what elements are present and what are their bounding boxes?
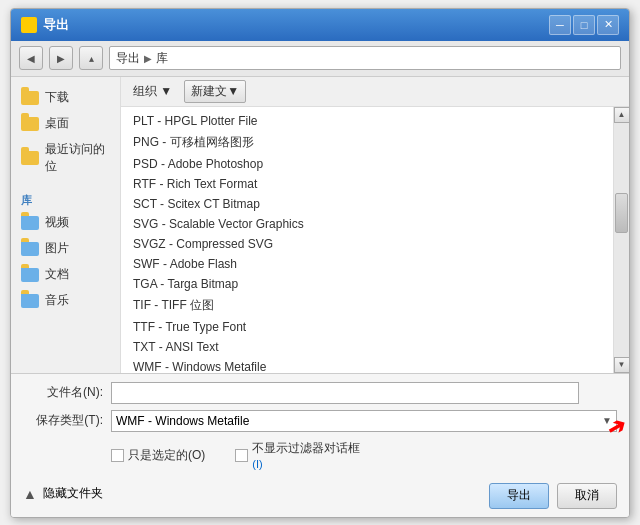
checkbox-selected-only-label: 只是选定的(O) (128, 447, 205, 464)
path-bar: 导出 ▶ 库 (109, 46, 621, 70)
filetype-label: 保存类型(T): (23, 412, 103, 429)
hidden-folder-toggle[interactable]: ▲ 隐藏文件夹 (23, 485, 103, 502)
filetype-value: WMF - Windows Metafile (116, 414, 249, 428)
toolbar2-left: 组织 ▼ 新建文▼ (129, 80, 246, 103)
content-toolbar: 组织 ▼ 新建文▼ (121, 77, 629, 107)
sidebar-item-video[interactable]: 视频 (15, 210, 116, 236)
main-content: 组织 ▼ 新建文▼ PLT - HPGL Plotter FilePNG - 可… (121, 77, 629, 373)
sidebar-item-download-label: 下载 (45, 89, 69, 106)
folder-icon (21, 240, 39, 258)
sidebar-item-music-label: 音乐 (45, 292, 69, 309)
sidebar-item-music[interactable]: 音乐 (15, 288, 116, 314)
file-item[interactable]: SVG - Scalable Vector Graphics (121, 214, 613, 234)
checkbox-selected-only[interactable]: 只是选定的(O) (111, 440, 205, 471)
checkbox-no-filter-box[interactable] (235, 449, 248, 462)
filename-row: 文件名(N): (23, 382, 617, 404)
scroll-thumb[interactable] (615, 193, 628, 233)
bottom-area: 文件名(N): 保存类型(T): WMF - Windows Metafile … (11, 373, 629, 517)
file-item[interactable]: TXT - ANSI Text (121, 337, 613, 357)
sidebar-item-recent[interactable]: 最近访问的位 (15, 137, 116, 179)
file-item[interactable]: TIF - TIFF 位图 (121, 294, 613, 317)
library-section-label: 库 (15, 189, 116, 210)
sidebar-item-desktop[interactable]: 桌面 (15, 111, 116, 137)
sidebar-item-video-label: 视频 (45, 214, 69, 231)
hidden-folder-label: 隐藏文件夹 (43, 485, 103, 502)
options-row: 只是选定的(O) 不显示过滤器对话框 (I) (23, 440, 617, 471)
bottom-fields: 文件名(N): 保存类型(T): WMF - Windows Metafile … (23, 382, 617, 432)
sidebar-item-desktop-label: 桌面 (45, 115, 69, 132)
new-folder-button[interactable]: 新建文▼ (184, 80, 246, 103)
up-button[interactable]: ▴ (79, 46, 103, 70)
scroll-track (614, 123, 629, 357)
sidebar-item-documents-label: 文档 (45, 266, 69, 283)
file-item[interactable]: PSD - Adobe Photoshop (121, 154, 613, 174)
folder-icon (21, 115, 39, 133)
path-location: 库 (156, 50, 168, 67)
folder-icon (21, 89, 39, 107)
sidebar-section-library: 库 视频 图片 文档 (15, 189, 116, 314)
sidebar-item-pictures[interactable]: 图片 (15, 236, 116, 262)
title-bar: 导出 ─ □ ✕ (11, 9, 629, 41)
scroll-down-button[interactable]: ▼ (614, 357, 630, 373)
filename-input[interactable] (111, 382, 579, 404)
sidebar-item-download[interactable]: 下载 (15, 85, 116, 111)
sidebar-section-1: 下载 桌面 最近访问的位 (15, 85, 116, 179)
file-item[interactable]: PLT - HPGL Plotter File (121, 111, 613, 131)
path-label: 导出 (116, 50, 140, 67)
forward-button[interactable]: ▶ (49, 46, 73, 70)
content-wrapper: PLT - HPGL Plotter FilePNG - 可移植网络图形PSD … (121, 107, 629, 373)
export-button[interactable]: 导出 (489, 483, 549, 509)
minimize-button[interactable]: ─ (549, 15, 571, 35)
path-arrow: ▶ (144, 53, 152, 64)
sidebar-item-recent-label: 最近访问的位 (45, 141, 110, 175)
sidebar-item-documents[interactable]: 文档 (15, 262, 116, 288)
app-icon (21, 17, 37, 33)
filetype-dropdown[interactable]: WMF - Windows Metafile ▼ (111, 410, 617, 432)
organize-button[interactable]: 组织 ▼ (129, 81, 176, 102)
window-controls: ─ □ ✕ (549, 15, 619, 35)
checkbox-selected-only-box[interactable] (111, 449, 124, 462)
file-list: PLT - HPGL Plotter FilePNG - 可移植网络图形PSD … (121, 107, 613, 373)
chevron-left-icon: ▲ (23, 486, 37, 502)
maximize-button[interactable]: □ (573, 15, 595, 35)
file-item[interactable]: SVGZ - Compressed SVG (121, 234, 613, 254)
file-item[interactable]: PNG - 可移植网络图形 (121, 131, 613, 154)
file-item[interactable]: SWF - Adobe Flash (121, 254, 613, 274)
folder-icon (21, 266, 39, 284)
folder-icon (21, 149, 39, 167)
bottom-footer: ▲ 隐藏文件夹 导出 取消 (23, 479, 617, 509)
navigation-toolbar: ◀ ▶ ▴ 导出 ▶ 库 (11, 41, 629, 77)
filename-label: 文件名(N): (23, 384, 103, 401)
folder-icon (21, 214, 39, 232)
checkbox-no-filter-label: 不显示过滤器对话框 (I) (252, 440, 360, 471)
checkbox-no-filter[interactable]: 不显示过滤器对话框 (I) (235, 440, 360, 471)
scroll-up-button[interactable]: ▲ (614, 107, 630, 123)
bottom-buttons: 导出 取消 (489, 483, 617, 509)
scrollbar[interactable]: ▲ ▼ (613, 107, 629, 373)
back-button[interactable]: ◀ (19, 46, 43, 70)
file-item[interactable]: RTF - Rich Text Format (121, 174, 613, 194)
file-item[interactable]: TTF - True Type Font (121, 317, 613, 337)
dialog-title: 导出 (43, 16, 69, 34)
close-button[interactable]: ✕ (597, 15, 619, 35)
filetype-row: 保存类型(T): WMF - Windows Metafile ▼ ➔ (23, 410, 617, 432)
folder-icon (21, 292, 39, 310)
export-dialog: 导出 ─ □ ✕ ◀ ▶ ▴ 导出 ▶ 库 下载 (10, 8, 630, 518)
file-item[interactable]: SCT - Scitex CT Bitmap (121, 194, 613, 214)
file-item[interactable]: WMF - Windows Metafile (121, 357, 613, 373)
sidebar-item-pictures-label: 图片 (45, 240, 69, 257)
sidebar: 下载 桌面 最近访问的位 库 (11, 77, 121, 373)
cancel-button[interactable]: 取消 (557, 483, 617, 509)
body-area: 下载 桌面 最近访问的位 库 (11, 77, 629, 373)
title-bar-left: 导出 (21, 16, 69, 34)
file-item[interactable]: TGA - Targa Bitmap (121, 274, 613, 294)
